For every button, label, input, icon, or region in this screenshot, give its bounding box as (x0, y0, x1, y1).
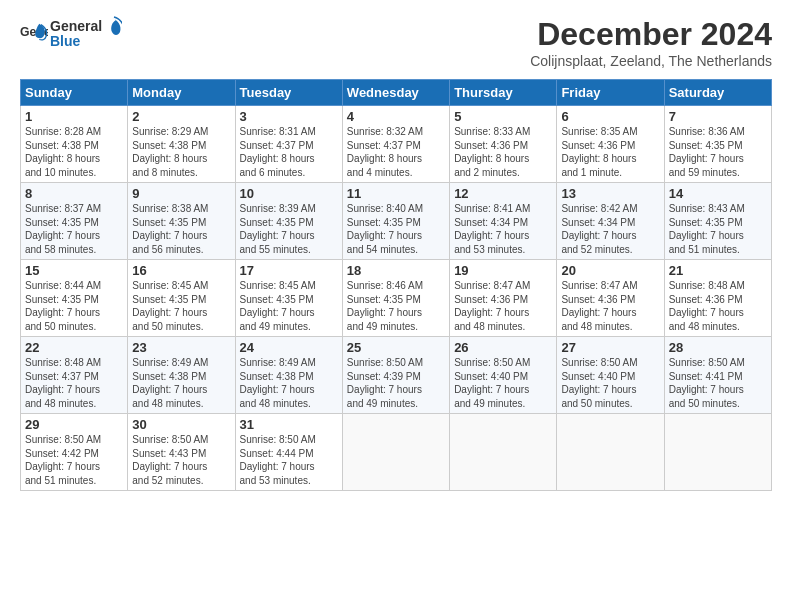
day-number: 28 (669, 340, 767, 355)
day-number: 25 (347, 340, 445, 355)
day-number: 26 (454, 340, 552, 355)
calendar-cell: 17Sunrise: 8:45 AMSunset: 4:35 PMDayligh… (235, 260, 342, 337)
day-number: 31 (240, 417, 338, 432)
day-info: Sunrise: 8:31 AMSunset: 4:37 PMDaylight:… (240, 125, 338, 179)
logo-icon: General (20, 22, 48, 50)
day-info: Sunrise: 8:48 AMSunset: 4:37 PMDaylight:… (25, 356, 123, 410)
day-number: 20 (561, 263, 659, 278)
day-info: Sunrise: 8:50 AMSunset: 4:39 PMDaylight:… (347, 356, 445, 410)
calendar-cell: 15Sunrise: 8:44 AMSunset: 4:35 PMDayligh… (21, 260, 128, 337)
day-info: Sunrise: 8:50 AMSunset: 4:41 PMDaylight:… (669, 356, 767, 410)
svg-text:General: General (50, 18, 102, 34)
day-info: Sunrise: 8:37 AMSunset: 4:35 PMDaylight:… (25, 202, 123, 256)
calendar-cell: 27Sunrise: 8:50 AMSunset: 4:40 PMDayligh… (557, 337, 664, 414)
calendar-cell: 25Sunrise: 8:50 AMSunset: 4:39 PMDayligh… (342, 337, 449, 414)
day-info: Sunrise: 8:42 AMSunset: 4:34 PMDaylight:… (561, 202, 659, 256)
logo-svg: General Blue (50, 16, 122, 52)
calendar-cell: 11Sunrise: 8:40 AMSunset: 4:35 PMDayligh… (342, 183, 449, 260)
day-info: Sunrise: 8:32 AMSunset: 4:37 PMDaylight:… (347, 125, 445, 179)
day-info: Sunrise: 8:39 AMSunset: 4:35 PMDaylight:… (240, 202, 338, 256)
calendar-cell: 2Sunrise: 8:29 AMSunset: 4:38 PMDaylight… (128, 106, 235, 183)
day-info: Sunrise: 8:41 AMSunset: 4:34 PMDaylight:… (454, 202, 552, 256)
calendar-cell: 12Sunrise: 8:41 AMSunset: 4:34 PMDayligh… (450, 183, 557, 260)
day-info: Sunrise: 8:49 AMSunset: 4:38 PMDaylight:… (240, 356, 338, 410)
calendar-cell: 18Sunrise: 8:46 AMSunset: 4:35 PMDayligh… (342, 260, 449, 337)
calendar-cell (342, 414, 449, 491)
day-number: 5 (454, 109, 552, 124)
day-info: Sunrise: 8:36 AMSunset: 4:35 PMDaylight:… (669, 125, 767, 179)
col-monday: Monday (128, 80, 235, 106)
day-number: 22 (25, 340, 123, 355)
col-wednesday: Wednesday (342, 80, 449, 106)
page: General General Blue December 2024 Colij… (0, 0, 792, 612)
day-number: 1 (25, 109, 123, 124)
day-info: Sunrise: 8:50 AMSunset: 4:40 PMDaylight:… (454, 356, 552, 410)
calendar-cell: 14Sunrise: 8:43 AMSunset: 4:35 PMDayligh… (664, 183, 771, 260)
day-number: 18 (347, 263, 445, 278)
day-number: 10 (240, 186, 338, 201)
day-number: 9 (132, 186, 230, 201)
day-info: Sunrise: 8:43 AMSunset: 4:35 PMDaylight:… (669, 202, 767, 256)
svg-text:Blue: Blue (50, 33, 81, 49)
calendar-cell: 1Sunrise: 8:28 AMSunset: 4:38 PMDaylight… (21, 106, 128, 183)
calendar-cell: 28Sunrise: 8:50 AMSunset: 4:41 PMDayligh… (664, 337, 771, 414)
calendar-cell: 31Sunrise: 8:50 AMSunset: 4:44 PMDayligh… (235, 414, 342, 491)
day-info: Sunrise: 8:46 AMSunset: 4:35 PMDaylight:… (347, 279, 445, 333)
calendar-cell: 10Sunrise: 8:39 AMSunset: 4:35 PMDayligh… (235, 183, 342, 260)
day-number: 23 (132, 340, 230, 355)
day-info: Sunrise: 8:50 AMSunset: 4:44 PMDaylight:… (240, 433, 338, 487)
day-number: 8 (25, 186, 123, 201)
calendar-cell (664, 414, 771, 491)
col-sunday: Sunday (21, 80, 128, 106)
page-subtitle: Colijnsplaat, Zeeland, The Netherlands (530, 53, 772, 69)
calendar-cell: 24Sunrise: 8:49 AMSunset: 4:38 PMDayligh… (235, 337, 342, 414)
calendar-cell: 30Sunrise: 8:50 AMSunset: 4:43 PMDayligh… (128, 414, 235, 491)
day-number: 4 (347, 109, 445, 124)
day-info: Sunrise: 8:49 AMSunset: 4:38 PMDaylight:… (132, 356, 230, 410)
day-number: 15 (25, 263, 123, 278)
col-friday: Friday (557, 80, 664, 106)
day-info: Sunrise: 8:29 AMSunset: 4:38 PMDaylight:… (132, 125, 230, 179)
calendar-cell: 7Sunrise: 8:36 AMSunset: 4:35 PMDaylight… (664, 106, 771, 183)
day-info: Sunrise: 8:50 AMSunset: 4:42 PMDaylight:… (25, 433, 123, 487)
day-info: Sunrise: 8:48 AMSunset: 4:36 PMDaylight:… (669, 279, 767, 333)
calendar-cell: 16Sunrise: 8:45 AMSunset: 4:35 PMDayligh… (128, 260, 235, 337)
day-info: Sunrise: 8:35 AMSunset: 4:36 PMDaylight:… (561, 125, 659, 179)
day-number: 17 (240, 263, 338, 278)
day-number: 27 (561, 340, 659, 355)
calendar-table: Sunday Monday Tuesday Wednesday Thursday… (20, 79, 772, 491)
calendar-cell: 29Sunrise: 8:50 AMSunset: 4:42 PMDayligh… (21, 414, 128, 491)
day-number: 24 (240, 340, 338, 355)
day-info: Sunrise: 8:50 AMSunset: 4:43 PMDaylight:… (132, 433, 230, 487)
day-number: 14 (669, 186, 767, 201)
day-number: 3 (240, 109, 338, 124)
day-info: Sunrise: 8:28 AMSunset: 4:38 PMDaylight:… (25, 125, 123, 179)
day-number: 30 (132, 417, 230, 432)
day-number: 12 (454, 186, 552, 201)
day-number: 7 (669, 109, 767, 124)
calendar-cell: 13Sunrise: 8:42 AMSunset: 4:34 PMDayligh… (557, 183, 664, 260)
day-number: 16 (132, 263, 230, 278)
day-number: 29 (25, 417, 123, 432)
calendar-cell: 4Sunrise: 8:32 AMSunset: 4:37 PMDaylight… (342, 106, 449, 183)
title-block: December 2024 Colijnsplaat, Zeeland, The… (530, 16, 772, 69)
day-info: Sunrise: 8:33 AMSunset: 4:36 PMDaylight:… (454, 125, 552, 179)
col-thursday: Thursday (450, 80, 557, 106)
calendar-cell: 9Sunrise: 8:38 AMSunset: 4:35 PMDaylight… (128, 183, 235, 260)
day-info: Sunrise: 8:44 AMSunset: 4:35 PMDaylight:… (25, 279, 123, 333)
day-info: Sunrise: 8:47 AMSunset: 4:36 PMDaylight:… (454, 279, 552, 333)
day-number: 2 (132, 109, 230, 124)
col-saturday: Saturday (664, 80, 771, 106)
calendar-cell: 6Sunrise: 8:35 AMSunset: 4:36 PMDaylight… (557, 106, 664, 183)
day-info: Sunrise: 8:40 AMSunset: 4:35 PMDaylight:… (347, 202, 445, 256)
day-info: Sunrise: 8:45 AMSunset: 4:35 PMDaylight:… (132, 279, 230, 333)
calendar-cell: 8Sunrise: 8:37 AMSunset: 4:35 PMDaylight… (21, 183, 128, 260)
calendar-cell (557, 414, 664, 491)
calendar-cell: 22Sunrise: 8:48 AMSunset: 4:37 PMDayligh… (21, 337, 128, 414)
day-number: 11 (347, 186, 445, 201)
day-number: 13 (561, 186, 659, 201)
calendar-cell: 21Sunrise: 8:48 AMSunset: 4:36 PMDayligh… (664, 260, 771, 337)
calendar-cell: 26Sunrise: 8:50 AMSunset: 4:40 PMDayligh… (450, 337, 557, 414)
calendar-cell (450, 414, 557, 491)
page-title: December 2024 (530, 16, 772, 53)
